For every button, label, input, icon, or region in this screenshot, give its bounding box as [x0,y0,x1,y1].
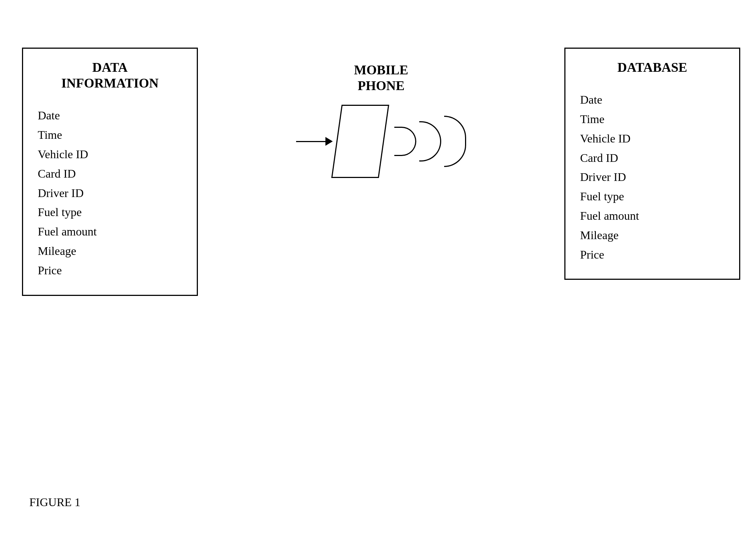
list-item-fuel-amount-left: Fuel amount [38,222,182,241]
list-item-fuel-type-right: Fuel type [580,187,724,206]
wave-3 [444,116,466,167]
wave-1 [394,127,416,156]
phone-shape [331,105,389,178]
database-title: DATABASE [580,60,724,75]
data-information-title: DATAINFORMATION [38,60,182,91]
list-item-driver-id-right: Driver ID [580,167,724,187]
phone-and-waves [296,105,466,178]
list-item-vehicle-id-left: Vehicle ID [38,145,182,164]
list-item-date-left: Date [38,106,182,125]
arrow-head [325,137,333,146]
arrow-left [296,137,333,146]
list-item-price-left: Price [38,261,182,280]
list-item-fuel-amount-right: Fuel amount [580,206,724,226]
list-item-vehicle-id-right: Vehicle ID [580,129,724,148]
list-item-date-right: Date [580,90,724,110]
list-item-driver-id-left: Driver ID [38,183,182,203]
list-item-time-right: Time [580,110,724,129]
list-item-time-left: Time [38,125,182,145]
database-list: Date Time Vehicle ID Card ID Driver ID F… [580,90,724,264]
wave-2 [419,121,441,162]
list-item-price-right: Price [580,245,724,264]
figure-caption: FIGURE 1 [29,496,81,509]
arrow-line [296,141,325,142]
data-information-box: DATAINFORMATION Date Time Vehicle ID Car… [22,48,198,296]
data-information-list: Date Time Vehicle ID Card ID Driver ID F… [38,106,182,280]
list-item-mileage-right: Mileage [580,226,724,245]
list-item-card-id-right: Card ID [580,148,724,168]
diagram-container: DATAINFORMATION Date Time Vehicle ID Car… [22,48,740,341]
list-item-mileage-left: Mileage [38,241,182,261]
list-item-fuel-type-left: Fuel type [38,203,182,222]
list-item-card-id-left: Card ID [38,164,182,183]
mobile-phone-label: MOBILEPHONE [354,62,408,94]
waves-container [391,116,466,167]
database-box: DATABASE Date Time Vehicle ID Card ID Dr… [564,48,740,280]
middle-section: MOBILEPHONE [198,48,564,178]
